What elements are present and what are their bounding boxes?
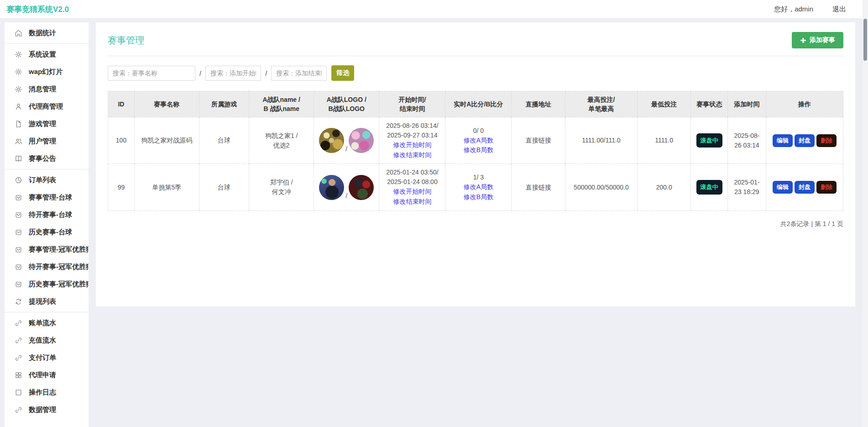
sidebar-item-label: 操作日志 (29, 388, 56, 397)
sidebar-item[interactable]: 历史赛事-冠军优胜猜 (5, 275, 89, 293)
sidebar-group: 订单列表赛事管理-台球待开赛事-台球历史赛事-台球赛事管理-冠军优胜猜待开赛事-… (5, 169, 89, 312)
edit-start-time-link[interactable]: 修改开始时间 (381, 187, 443, 197)
cell-team-logos: / (314, 117, 379, 164)
sidebar-item-label: 赛事管理-冠军优胜猜 (29, 245, 89, 254)
col-added: 添加时间 (728, 91, 766, 117)
scrollbar-thumb[interactable] (863, 19, 867, 61)
sidebar-item[interactable]: 赛事公告 (5, 150, 89, 167)
sidebar-item[interactable]: wap幻灯片 (5, 63, 89, 80)
pagination-info: 共2条记录 | 第 1 / 1 页 (108, 220, 843, 228)
delete-button[interactable]: 删除 (816, 134, 837, 147)
sidebar-item[interactable]: 充值流水 (5, 332, 89, 349)
close-market-button[interactable]: 封盘 (795, 134, 815, 147)
sidebar-item[interactable]: 待开赛事-冠军优胜猜 (5, 258, 89, 275)
page-title: 赛事管理 (108, 34, 144, 47)
status-badge: 滚盘中 (696, 133, 722, 148)
edit-a-score-link[interactable]: 修改A局数 (447, 182, 509, 192)
book-icon (15, 155, 22, 163)
add-match-button[interactable]: ✚ 添加赛事 (792, 32, 843, 48)
cell-game: 台球 (199, 164, 249, 211)
edit-b-score-link[interactable]: 修改B局数 (447, 145, 509, 155)
cell-time: 2025-08-26 03:14/ 2025-09-27 03:14修改开始时间… (379, 117, 445, 164)
cell-score: 1/ 3修改A局数修改B局数 (445, 164, 512, 211)
cell-status: 滚盘中 (691, 164, 728, 211)
edit-b-score-link[interactable]: 修改B局数 (447, 192, 509, 202)
plus-icon: ✚ (800, 37, 806, 44)
time-text: 2025-08-26 03:14/ 2025-09-27 03:14 (381, 121, 443, 140)
sidebar-item-label: 代理商管理 (29, 102, 63, 111)
cell-max-bet: 500000.00/50000.0 (565, 164, 638, 211)
sidebar-item[interactable]: 提现列表 (5, 293, 89, 310)
sidebar-item[interactable]: 用户管理 (5, 132, 89, 150)
sidebar-item-label: 订单列表 (29, 176, 56, 185)
col-min-bet: 最低投注 (637, 91, 691, 117)
search-bar: / / 筛选 (108, 65, 843, 81)
sidebar-item[interactable]: 系统设置 (5, 46, 89, 63)
sidebar-group: 数据统计 (5, 22, 89, 44)
sidebar-item[interactable]: 赛事管理-台球 (5, 189, 89, 206)
sidebar-item[interactable]: 代理商管理 (5, 98, 89, 115)
scrollbar[interactable] (863, 0, 868, 427)
bag-icon (15, 211, 22, 219)
sidebar-item[interactable]: 数据管理 (5, 401, 89, 418)
cell-id: 99 (108, 164, 135, 211)
gear-icon (15, 51, 22, 58)
refresh-icon (15, 298, 22, 306)
col-actions: 操作 (766, 91, 843, 117)
sidebar-item-label: 充值流水 (29, 336, 56, 345)
edit-end-time-link[interactable]: 修改结束时间 (381, 150, 443, 160)
col-name: 赛事名称 (134, 91, 199, 117)
edit-start-time-link[interactable]: 修改开始时间 (381, 140, 443, 150)
grid-icon (15, 371, 22, 379)
cell-status: 滚盘中 (691, 117, 728, 164)
sidebar-item[interactable]: 历史赛事-台球 (5, 223, 89, 241)
col-score: 实时A比分/B比分 (445, 91, 512, 117)
sidebar-item-label: wap幻灯片 (29, 68, 63, 76)
edit-a-score-link[interactable]: 修改A局数 (447, 136, 509, 146)
sidebar-item[interactable]: 订单列表 (5, 171, 89, 189)
user-greeting: 您好，admin (774, 5, 813, 14)
sidebar: 数据统计系统设置wap幻灯片消息管理代理商管理游戏管理用户管理赛事公告订单列表赛… (5, 22, 89, 427)
search-end-time-input[interactable] (271, 66, 327, 81)
edit-button[interactable]: 编辑 (773, 181, 793, 194)
search-name-input[interactable] (108, 66, 195, 81)
square-icon (15, 389, 22, 396)
sidebar-item-label: 代理申请 (29, 371, 56, 380)
search-start-time-input[interactable] (205, 66, 261, 81)
sidebar-item[interactable]: 操作日志 (5, 384, 89, 401)
filter-button[interactable]: 筛选 (331, 65, 354, 81)
time-text: 2025-01-24 03:50/ 2025-01-24 08:00 (381, 168, 443, 187)
logout-link[interactable]: 退出 (832, 5, 846, 14)
col-team-names: A战队name / B 战队name (249, 91, 314, 117)
edit-end-time-link[interactable]: 修改结束时间 (381, 197, 443, 207)
app-title[interactable]: 赛事竞猜系统V2.0 (6, 4, 69, 15)
link-icon (15, 406, 22, 414)
sidebar-item[interactable]: 数据统计 (5, 24, 89, 42)
sidebar-item[interactable]: 支付订单 (5, 349, 89, 366)
sidebar-item[interactable]: 游戏管理 (5, 115, 89, 132)
sidebar-item[interactable]: 待开赛事-台球 (5, 206, 89, 223)
cell-min-bet: 200.0 (637, 164, 691, 211)
sidebar-item[interactable]: 账单流水 (5, 314, 89, 332)
close-market-button[interactable]: 封盘 (795, 181, 815, 194)
cell-score: 0/ 0修改A局数修改B局数 (445, 117, 512, 164)
sidebar-item-label: 提现列表 (29, 297, 56, 306)
file-icon (15, 120, 22, 128)
sidebar-item[interactable]: 赛事管理-冠军优胜猜 (5, 241, 89, 258)
sidebar-item[interactable]: 消息管理 (5, 80, 89, 98)
sidebar-item[interactable]: 代理申请 (5, 366, 89, 384)
table-row: 99单挑第5季台球郑宇伯 / 何文冲/2025-01-24 03:50/ 202… (108, 164, 843, 211)
edit-button[interactable]: 编辑 (773, 134, 793, 147)
sidebar-item-label: 数据统计 (29, 29, 56, 37)
cell-live: 直接链接 (512, 164, 565, 211)
sidebar-item-label: 历史赛事-台球 (29, 228, 72, 237)
cell-id: 100 (108, 117, 135, 164)
delete-button[interactable]: 删除 (816, 181, 837, 194)
cell-time: 2025-01-24 03:50/ 2025-01-24 08:00修改开始时间… (379, 164, 445, 211)
sidebar-item-label: 消息管理 (29, 85, 56, 94)
link-icon (15, 319, 22, 327)
sidebar-item-label: 支付订单 (29, 353, 56, 362)
sidebar-item-label: 系统设置 (29, 50, 56, 59)
col-status: 赛事状态 (691, 91, 728, 117)
cell-team-names: 狗凯之家1 / 优选2 (249, 117, 314, 164)
